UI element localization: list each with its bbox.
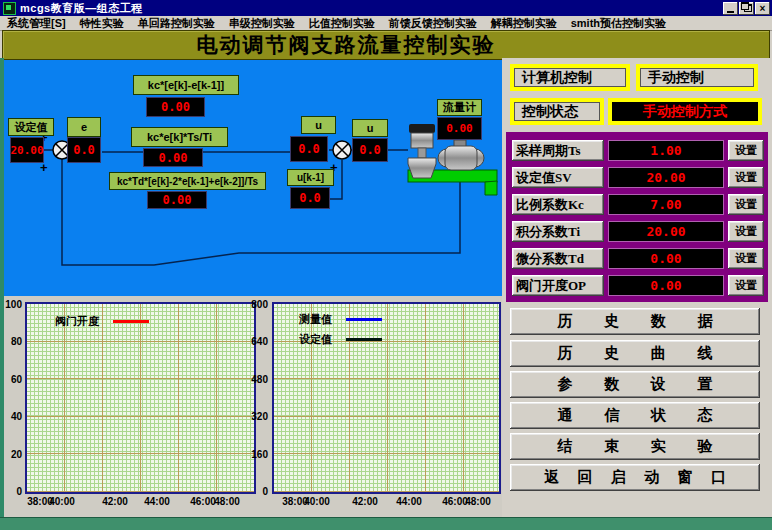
menu-decouple-exp[interactable]: 解耦控制实验 [484,16,564,31]
setpoint-value: 20.00 [10,137,44,163]
error-value: 0.0 [67,137,101,163]
legend-measured: 测量值 [299,312,332,327]
u-prev-value: 0.0 [290,187,330,209]
bottom-edge-strip [0,517,772,530]
menu-smith-exp[interactable]: smith预估控制实验 [564,16,673,31]
flow-trend-chart: 测量值 设定值 [272,302,501,494]
param-value-op: 0.00 [608,275,724,296]
y-tick: 0 [4,486,22,497]
param-value-td: 0.00 [608,248,724,269]
set-button-ts[interactable]: 设置 [728,140,764,161]
y-tick: 160 [242,449,268,460]
control-panel: 计算机控制 手动控制 控制状态 手动控制方式 采样周期Ts 1.00 设置 设定… [502,58,772,517]
page-title: 电动调节阀支路流量控制实验 [3,31,769,59]
parameter-setting-button[interactable]: 参数设置 [510,371,760,398]
legend-valve-opening: 阀门开度 [55,314,99,329]
param-value-kc: 7.00 [608,194,724,215]
i-term-value: 0.00 [143,148,203,167]
error-label: e [67,117,101,137]
set-button-td[interactable]: 设置 [728,248,764,269]
y-tick: 20 [4,449,22,460]
flowmeter-value: 0.00 [437,117,482,140]
y-tick: 80 [4,336,22,347]
history-data-button[interactable]: 历史数据 [510,308,760,335]
y-tick: 800 [242,299,268,310]
p-term-label: kc*[e[k]-e[k-1]] [133,75,239,95]
menu-cascade-exp[interactable]: 串级控制实验 [222,16,302,31]
history-curve-button[interactable]: 历史曲线 [510,340,760,367]
menu-bar: 系统管理[S] 特性实验 单回路控制实验 串级控制实验 比值控制实验 前馈反馈控… [0,16,772,31]
y-tick: 640 [242,336,268,347]
communication-status-button[interactable]: 通信状态 [510,402,760,429]
trend-charts: 阀门开度 100 80 60 40 20 0 38:00 40:00 42:00… [4,296,502,517]
param-label-td: 微分系数Td [512,248,604,269]
x-tick: 42:00 [350,496,380,507]
mcgs-runtime-window: mcgs教育版—组态工程 × 系统管理[S] 特性实验 单回路控制实验 串级控制… [0,0,772,530]
x-tick: 44:00 [142,496,172,507]
header-band: 电动调节阀支路流量控制实验 [2,30,770,60]
i-term-label: kc*e[k]*Ts/Ti [131,127,228,147]
p-term-value: 0.00 [146,97,205,117]
u-sum-value: 0.0 [290,136,328,162]
x-tick: 40:00 [47,496,77,507]
u-out-value: 0.0 [352,138,388,162]
close-icon: × [760,3,766,14]
black-line-icon [346,338,382,341]
param-value-ti: 20.00 [608,221,724,242]
menu-feedforward-exp[interactable]: 前馈反馈控制实验 [382,16,484,31]
control-status-label: 控制状态 [510,98,604,125]
x-tick: 48:00 [212,496,242,507]
param-label-op: 阀门开度OP [512,275,604,296]
setpoint-label: 设定值 [8,118,54,136]
title-bar: mcgs教育版—组态工程 × [0,0,772,16]
menu-single-loop-exp[interactable]: 单回路控制实验 [131,16,222,31]
set-button-kc[interactable]: 设置 [728,194,764,215]
param-label-ts: 采样周期Ts [512,140,604,161]
y-tick: 480 [242,374,268,385]
red-line-icon [113,320,149,323]
y-tick: 60 [4,374,22,385]
menu-characteristic-exp[interactable]: 特性实验 [73,16,131,31]
flow-meter-icon [438,140,484,170]
mcgs-app-icon [3,2,16,15]
x-tick: 40:00 [302,496,332,507]
valve-opening-chart: 阀门开度 [25,302,256,494]
y-tick: 320 [242,411,268,422]
return-start-window-button[interactable]: 返回启动窗口 [510,464,760,491]
minimize-icon [727,11,734,13]
u-out-label: u [352,119,388,137]
window-title: mcgs教育版—组态工程 [20,1,143,16]
control-valve-icon [408,124,436,178]
restore-icon [744,4,752,12]
menu-ratio-exp[interactable]: 比值控制实验 [302,16,382,31]
x-tick: 44:00 [394,496,424,507]
flowmeter-label: 流量计 [437,99,482,116]
minimize-button[interactable] [723,2,738,15]
sum-junction-2 [333,141,351,159]
set-button-op[interactable]: 设置 [728,275,764,296]
restore-button[interactable] [739,2,754,15]
set-button-ti[interactable]: 设置 [728,221,764,242]
set-button-sv[interactable]: 设置 [728,167,764,188]
end-experiment-button[interactable]: 结束实验 [510,433,760,460]
y-tick: 100 [4,299,22,310]
close-button[interactable]: × [755,2,770,15]
computer-control-button[interactable]: 计算机控制 [510,64,630,91]
x-tick: 48:00 [463,496,493,507]
u-sum-label: u [301,116,336,134]
param-value-ts: 1.00 [608,140,724,161]
param-label-kc: 比例系数Kc [512,194,604,215]
control-status-value: 手动控制方式 [608,98,762,125]
manual-control-button[interactable]: 手动控制 [636,64,758,91]
x-tick: 42:00 [100,496,130,507]
param-label-sv: 设定值SV [512,167,604,188]
u-prev-label: u[k-1] [287,169,334,186]
legend-setpoint: 设定值 [299,332,332,347]
y-tick: 40 [4,411,22,422]
menu-system-manage[interactable]: 系统管理[S] [0,16,73,31]
pid-diagram: + + + + 设定值 20.00 e 0.0 kc*[e[k]-e[k-1]]… [4,60,502,296]
param-value-sv: 20.00 [608,167,724,188]
d-term-label: kc*Td*[e[k]-2*e[k-1]+e[k-2]]/Ts [109,172,266,190]
blue-line-icon [346,318,382,321]
d-term-value: 0.00 [147,191,207,209]
